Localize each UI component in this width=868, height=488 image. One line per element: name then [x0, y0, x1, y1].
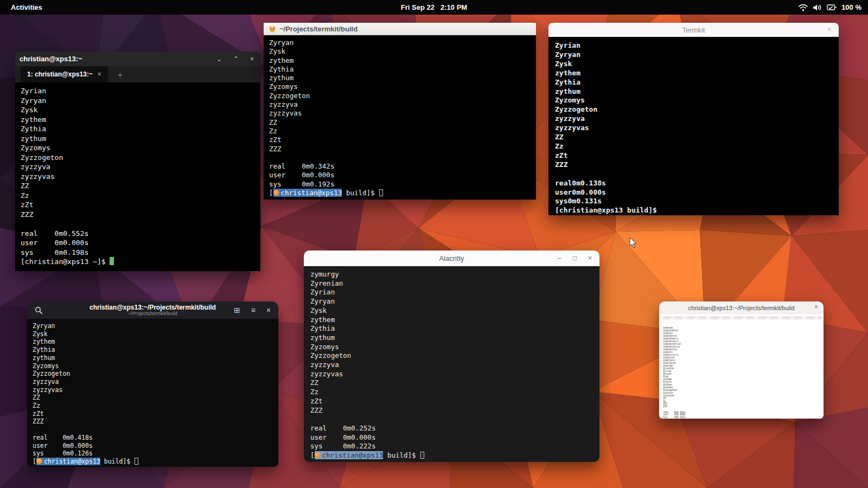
termkit-titlebar[interactable]: Termkit × [548, 23, 839, 37]
terminal-tab[interactable]: 1: christian@xps13:~ × [21, 66, 108, 82]
terminal-scrollback[interactable]: ZyrianZyryanZyskzythemZythiazythumZyzomy… [548, 37, 839, 215]
terminal-line: ZZZ [555, 160, 832, 170]
terminal-line: sys0m0.131s [555, 197, 832, 206]
terminal-line: zZt [33, 410, 273, 418]
battery-percent-label: 100 % [841, 3, 861, 11]
gnome-terminal-window: christian@xps13:~ ⌄ ⌃ × 1: christian@xps… [15, 52, 260, 271]
terminal-line: real 0m0.252s [310, 424, 593, 433]
block-cursor [110, 257, 114, 265]
terminal-line: ZZZ [33, 418, 273, 426]
terminal-line: zythem [555, 69, 832, 78]
terminal-line: sys 0m0.198s [21, 248, 255, 258]
close-button[interactable]: × [588, 254, 592, 262]
terminal-line: ZZZ [269, 145, 531, 153]
terminal-line: Zyzomys [555, 96, 832, 105]
terminal-line: Zyzomys [269, 82, 531, 91]
terminal-line: ZZ [21, 181, 255, 191]
terminal-scrollback[interactable]: ZyryanZyskzythemZythiazythumZyzomysZyzzo… [27, 319, 278, 467]
termkit-window: Termkit × ZyrianZyryanZyskzythemZythiazy… [548, 23, 839, 215]
kitty-titlebar[interactable]: ~/Projects/termkit/build [264, 23, 536, 35]
clock-date: Fri Sep 22 [401, 3, 435, 11]
minimize-button[interactable]: – [558, 254, 561, 262]
terminal-line: Zyzomys [310, 343, 593, 352]
terminal-line: Zythia [33, 346, 273, 354]
terminal-scrollback[interactable]: ZyryanZyskzythemZythiazythumZyzomysZyzzo… [264, 35, 536, 200]
terminal-line: Zythia [269, 65, 531, 74]
alacritty-titlebar[interactable]: Alacritty – □ × [304, 251, 599, 266]
terminal-line: zyzzyva [33, 378, 273, 386]
console-headerbar[interactable]: christian@xps13:~/Projects/termkit/build… [27, 301, 278, 319]
terminal-line: zyzzyva [555, 114, 832, 124]
terminal-preview-window: christian@xps13:~/Projects/termkit/build… [659, 301, 824, 419]
window-title: Termkit [682, 26, 705, 34]
preview-titlebar[interactable]: christian@xps13:~/Projects/termkit/build… [659, 301, 824, 314]
terminal-line: zythem [33, 338, 273, 346]
fox-emoji-icon [273, 190, 279, 196]
unmaximize-button[interactable]: ⌄ [216, 55, 222, 63]
terminal-line: Zz [269, 127, 531, 136]
window-title: christian@xps13:~/Projects/termkit/build [90, 304, 216, 311]
terminal-line: zythum [269, 74, 531, 82]
close-button[interactable]: × [814, 303, 818, 311]
terminal-line: zythum [33, 354, 273, 362]
window-title: christian@xps13:~/Projects/termkit/build [688, 305, 794, 311]
tab-close-icon[interactable]: × [98, 70, 101, 78]
terminal-line: sys 0m0.192s [269, 180, 531, 189]
terminal-scrollback[interactable]: zymurgyZyrenianZyrianZyryanZyskzythemZyt… [304, 266, 599, 462]
fox-emoji-icon [315, 452, 321, 458]
preview-content[interactable]: zymoseszymosimeterzymosiszymosterolzymos… [659, 314, 824, 419]
terminal-line: sys 0m0.201s [663, 416, 821, 419]
activities-button[interactable]: Activities [8, 2, 46, 12]
terminal-line: Zyzzogeton [269, 92, 531, 100]
terminal-line: ZZZ [21, 210, 255, 220]
terminal-line: Zyzzogeton [21, 153, 255, 163]
close-button[interactable]: × [266, 306, 271, 314]
shell-prompt: [christian@xps13 ~]$ [21, 257, 255, 267]
gnome-console-window: christian@xps13:~/Projects/termkit/build… [27, 301, 278, 467]
window-subtitle: ~/Projects/termkit/build [90, 311, 216, 316]
terminal-line: Zyryan [269, 38, 531, 47]
terminal-scrollback[interactable]: ZyrianZyryanZyskzythemZythiazythumZyzomy… [15, 82, 260, 271]
terminal-line: zZt [310, 397, 593, 406]
window-title: ~/Projects/termkit/build [279, 25, 358, 33]
new-tab-button[interactable]: ⊞ [234, 306, 240, 314]
tab-label: 1: christian@xps13:~ [27, 70, 93, 78]
hollow-cursor [135, 458, 138, 465]
clock-button[interactable]: Fri Sep 22 2:10 PM [401, 3, 467, 11]
terminal-line: zZt [269, 136, 531, 144]
selected-text: christian@xps13 [315, 451, 384, 459]
terminal-line: zyzzyvas [33, 386, 273, 394]
terminal-line: zythem [269, 56, 531, 65]
close-button[interactable]: × [827, 25, 832, 34]
terminal-line [33, 426, 273, 434]
terminal-line: zZt [21, 200, 255, 210]
terminal-line: user 0m0.000s [21, 238, 255, 248]
terminal-line: real0m0.138s [555, 179, 832, 188]
selected-text: christian@xps13 [36, 458, 100, 465]
gnome-top-bar: Activities Fri Sep 22 2:10 PM 100 % [0, 0, 868, 15]
console-title-block: christian@xps13:~/Projects/termkit/build… [90, 304, 216, 316]
terminal-line: real 0m0.418s [33, 434, 273, 442]
terminal-line: [christian@xps13 build]$ [555, 206, 832, 215]
clock-time: 2:10 PM [441, 3, 467, 11]
system-status-area[interactable]: 100 % [799, 3, 861, 11]
terminal-line: Zysk [555, 60, 832, 69]
wifi-icon [799, 4, 808, 11]
terminal-line: zyzzyva [310, 361, 593, 370]
terminal-line: ZZ [555, 133, 832, 142]
menu-icon[interactable]: ≡ [251, 306, 256, 314]
maximize-button[interactable]: ⌃ [233, 55, 239, 63]
search-icon[interactable] [35, 306, 43, 314]
terminal-line: sys 0m0.222s [310, 442, 593, 451]
kitty-terminal-window: ~/Projects/termkit/build ZyryanZyskzythe… [264, 23, 536, 200]
maximize-button[interactable]: □ [573, 254, 577, 262]
terminal-line: sys 0m0.126s [33, 450, 273, 458]
gnome-terminal-titlebar[interactable]: christian@xps13:~ ⌄ ⌃ × [15, 52, 260, 66]
hollow-cursor [379, 189, 383, 196]
terminal-line: user0m0.000s [555, 188, 832, 197]
window-title: christian@xps13:~ [20, 55, 82, 63]
new-tab-button[interactable]: + [118, 70, 123, 79]
tab-bar: 1: christian@xps13:~ × + [15, 66, 260, 82]
close-button[interactable]: × [250, 55, 254, 63]
terminal-line [21, 219, 255, 229]
